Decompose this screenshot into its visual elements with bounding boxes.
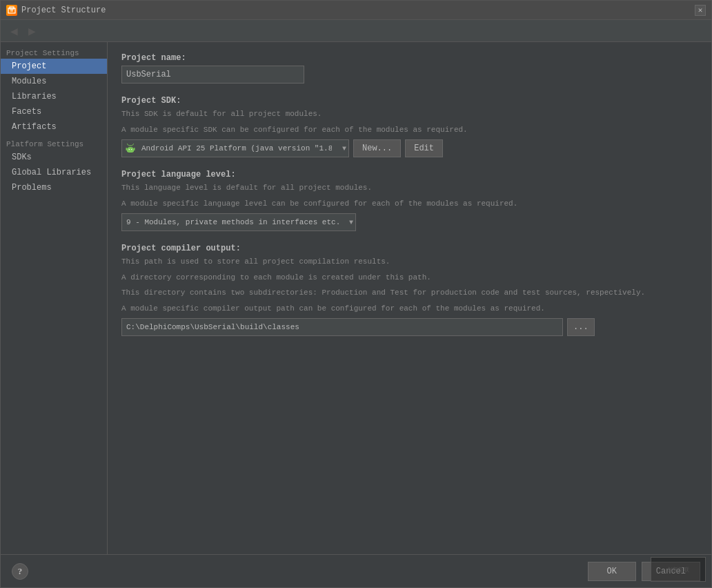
sidebar-item-artifacts[interactable]: Artifacts bbox=[1, 119, 107, 135]
project-name-input[interactable] bbox=[121, 66, 304, 84]
project-compiler-label: Project compiler output: bbox=[121, 244, 698, 253]
project-language-desc2: A module specific language level can be … bbox=[121, 198, 698, 210]
sidebar-item-problems[interactable]: Problems bbox=[1, 180, 107, 195]
project-compiler-desc4: A module specific compiler output path c… bbox=[121, 303, 698, 315]
close-button[interactable]: ✕ bbox=[695, 5, 706, 16]
sidebar-item-sdks[interactable]: SDKs bbox=[1, 150, 107, 165]
sidebar-item-facets[interactable]: Facets bbox=[1, 104, 107, 119]
sidebar: Project Settings Project Modules Librari… bbox=[1, 42, 108, 554]
window-title: Project Structure bbox=[21, 6, 106, 15]
sidebar-item-project[interactable]: Project bbox=[1, 59, 107, 74]
project-language-label: Project language level: bbox=[121, 170, 698, 179]
language-select-wrapper: 9 - Modules, private methods in interfac… bbox=[121, 213, 356, 231]
sdk-select-wrapper: Android API 25 Platform (java version "1… bbox=[121, 139, 349, 157]
project-language-desc1: This language level is default for all p… bbox=[121, 182, 698, 194]
sdk-row: Android API 25 Platform (java version "1… bbox=[121, 139, 698, 157]
output-row: ... bbox=[121, 318, 698, 336]
bottom-bar: ? OK Cancel bbox=[1, 554, 711, 587]
sidebar-item-global-libraries[interactable]: Global Libraries bbox=[1, 165, 107, 180]
sdk-edit-button[interactable]: Edit bbox=[405, 139, 443, 157]
project-compiler-desc1: This path is used to store all project c… bbox=[121, 256, 698, 268]
watermark: 创新互联 bbox=[651, 557, 706, 582]
title-bar: Project Structure ✕ bbox=[1, 1, 711, 20]
main-window: Project Structure ✕ ◀ ▶ Project Settings… bbox=[0, 0, 712, 588]
toolbar: ◀ ▶ bbox=[1, 20, 711, 42]
project-name-group: Project name: bbox=[121, 53, 698, 84]
back-button[interactable]: ◀ bbox=[6, 23, 21, 39]
project-sdk-desc2: A module specific SDK can be configured … bbox=[121, 124, 698, 136]
compiler-output-input[interactable] bbox=[121, 318, 563, 336]
window-body: Project Settings Project Modules Librari… bbox=[1, 42, 711, 554]
sidebar-item-libraries[interactable]: Libraries bbox=[1, 89, 107, 104]
project-compiler-group: Project compiler output: This path is us… bbox=[121, 244, 698, 336]
project-sdk-desc1: This SDK is default for all project modu… bbox=[121, 108, 698, 120]
project-sdk-group: Project SDK: This SDK is default for all… bbox=[121, 96, 698, 157]
sdk-select[interactable]: Android API 25 Platform (java version "1… bbox=[121, 139, 349, 157]
language-select[interactable]: 9 - Modules, private methods in interfac… bbox=[121, 213, 356, 231]
sdk-new-button[interactable]: New... bbox=[353, 139, 401, 157]
project-language-group: Project language level: This language le… bbox=[121, 170, 698, 231]
main-content: Project name: Project SDK: This SDK is d… bbox=[108, 42, 711, 554]
forward-button[interactable]: ▶ bbox=[24, 23, 39, 39]
project-name-label: Project name: bbox=[121, 53, 698, 63]
platform-settings-label: Platform Settings bbox=[1, 135, 107, 150]
browse-button[interactable]: ... bbox=[567, 318, 595, 336]
project-compiler-desc2: A directory corresponding to each module… bbox=[121, 272, 698, 284]
project-sdk-label: Project SDK: bbox=[121, 96, 698, 106]
window-icon bbox=[6, 5, 17, 16]
project-settings-label: Project Settings bbox=[1, 45, 107, 59]
project-compiler-desc3: This directory contains two subdirectori… bbox=[121, 287, 698, 299]
ok-button[interactable]: OK bbox=[588, 562, 636, 581]
sidebar-item-modules[interactable]: Modules bbox=[1, 74, 107, 89]
help-button[interactable]: ? bbox=[12, 563, 28, 580]
